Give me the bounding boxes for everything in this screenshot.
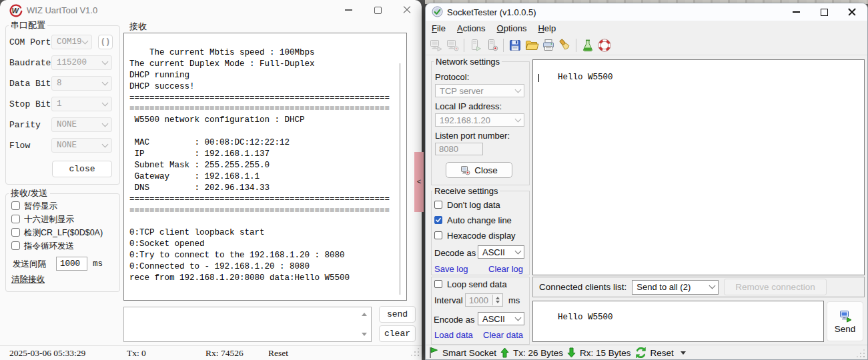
panel-collapse-handle[interactable]: < xyxy=(414,152,424,212)
parity-select[interactable]: NONE xyxy=(51,117,112,132)
clear-receive-link[interactable]: 清除接收 xyxy=(11,275,45,284)
minimize-button[interactable] xyxy=(334,0,363,20)
menu-actions[interactable]: Actions xyxy=(457,23,486,33)
loop-send-data-checkbox[interactable] xyxy=(434,280,442,288)
pause-display-label: 暂停显示 xyxy=(24,201,57,211)
uart-clear-button[interactable]: clear xyxy=(379,325,416,342)
toolbar-print-button[interactable] xyxy=(540,37,556,53)
hexacode-checkbox[interactable] xyxy=(434,231,442,239)
auto-change-line-checkbox[interactable] xyxy=(434,216,442,224)
receive-scrollbar[interactable] xyxy=(400,63,400,295)
dont-log-label: Don't log data xyxy=(447,200,500,210)
resize-grip[interactable] xyxy=(857,349,865,357)
reset-dropdown-icon[interactable] xyxy=(681,351,686,355)
clear-data-link[interactable]: Clear data xyxy=(483,330,523,340)
uart-send-input[interactable] xyxy=(123,307,372,342)
decode-select[interactable]: ASCII xyxy=(478,245,524,259)
text-caret xyxy=(538,74,539,82)
load-data-link[interactable]: Load data xyxy=(434,330,473,340)
rxtx-group-title: 接收/发送 xyxy=(9,189,50,198)
interval-input[interactable]: 1000 xyxy=(465,293,503,307)
socket-log-text: Hello W5500 xyxy=(558,73,613,82)
save-log-link[interactable]: Save log xyxy=(434,264,468,274)
maximize-button[interactable] xyxy=(810,3,838,21)
listen-port-value: 8080 xyxy=(439,144,458,154)
toolbar-test-button[interactable] xyxy=(579,37,596,53)
uart-send-button[interactable]: send xyxy=(379,306,416,323)
com-port-select[interactable]: COM19 xyxy=(51,35,92,49)
toolbar xyxy=(426,35,867,55)
parity-label: Parity xyxy=(9,120,41,130)
brush-icon xyxy=(558,38,572,53)
save-icon xyxy=(508,38,522,53)
interval-spinner[interactable] xyxy=(492,295,502,305)
menu-options[interactable]: Options xyxy=(497,23,527,33)
baudrate-select[interactable]: 115200 xyxy=(51,55,112,70)
clients-select[interactable]: Send to all (2) xyxy=(632,280,719,295)
flow-select[interactable]: NONE xyxy=(51,138,112,153)
menu-file[interactable]: File xyxy=(432,23,446,33)
disconnect-icon xyxy=(446,38,460,53)
listen-port-input[interactable]: 8080 xyxy=(435,143,483,155)
status-reset-button[interactable]: Reset xyxy=(268,348,288,359)
socket-log-area[interactable]: Hello W5500 xyxy=(532,59,865,275)
socket-send-input[interactable]: Hello W5500 xyxy=(532,301,824,342)
close-button[interactable] xyxy=(392,0,422,20)
baudrate-label: Baudrate xyxy=(9,58,51,68)
toolbar-about-button[interactable] xyxy=(596,37,612,53)
tx-up-arrow-icon xyxy=(500,347,509,358)
toolbar-connect-button[interactable] xyxy=(428,37,444,53)
dont-log-checkbox[interactable] xyxy=(434,201,442,209)
toolbar-open-button[interactable] xyxy=(523,37,540,53)
send-interval-input[interactable]: 1000 xyxy=(56,257,87,271)
auto-change-line-label: Auto change line xyxy=(447,215,512,225)
print-icon xyxy=(541,38,556,53)
status-rx: Rx: 74526 xyxy=(205,348,244,359)
remove-connection-button[interactable]: Remove connection xyxy=(724,279,826,295)
loop-send-checkbox[interactable] xyxy=(11,241,20,250)
resize-grip[interactable] xyxy=(411,348,419,356)
maximize-icon xyxy=(821,9,828,16)
rx-down-arrow-icon xyxy=(567,347,576,358)
scroll-down-icon[interactable] xyxy=(362,333,367,336)
stop-bit-select[interactable]: 1 xyxy=(51,97,112,111)
spin-up-icon[interactable] xyxy=(496,297,500,299)
server-close-button[interactable]: Close xyxy=(446,162,512,178)
local-ip-select[interactable]: 192.168.1.20 xyxy=(435,113,524,127)
socket-send-button[interactable]: Send xyxy=(827,301,863,341)
clear-log-link[interactable]: Clear log xyxy=(488,264,523,274)
close-button[interactable] xyxy=(838,3,866,21)
scroll-up-icon[interactable] xyxy=(362,313,367,316)
status-timestamp: 2025-03-06 05:33:29 xyxy=(9,348,85,359)
flow-label: Flow xyxy=(9,141,30,151)
stop-icon xyxy=(485,38,500,53)
toolbar-stop-button[interactable] xyxy=(484,37,500,53)
data-bit-select[interactable]: 8 xyxy=(51,76,112,91)
interval-value: 1000 xyxy=(469,295,488,305)
wiz-logo-icon: W xyxy=(8,3,23,20)
receive-log-area[interactable]: The current Mbtis speed : 100Mbps The cu… xyxy=(123,33,407,301)
pause-display-checkbox[interactable] xyxy=(11,201,20,210)
protocol-select[interactable]: TCP server xyxy=(435,84,524,97)
crlf-detect-label: 检测CR_LF($0D$0A) xyxy=(24,228,103,237)
status-reset-button[interactable]: Reset xyxy=(650,348,674,358)
toolbar-listen-button[interactable] xyxy=(467,37,484,53)
maximize-button[interactable] xyxy=(363,0,392,20)
local-ip-value: 192.168.1.20 xyxy=(440,115,490,125)
serial-close-button[interactable]: close xyxy=(52,161,112,177)
menu-help[interactable]: Help xyxy=(538,23,556,33)
refresh-ports-button[interactable]: () xyxy=(98,35,113,49)
flask-icon xyxy=(580,38,595,53)
crlf-detect-checkbox[interactable] xyxy=(11,228,20,237)
minimize-button[interactable] xyxy=(782,3,810,21)
flow-value: NONE xyxy=(57,141,77,150)
toolbar-save-button[interactable] xyxy=(506,37,523,53)
data-bit-label: Data Bit xyxy=(9,79,51,89)
minimize-icon xyxy=(345,9,352,10)
spin-down-icon[interactable] xyxy=(496,301,500,303)
flag-icon xyxy=(429,347,438,359)
encode-select[interactable]: ASCII xyxy=(478,312,524,325)
toolbar-clean-button[interactable] xyxy=(556,37,573,53)
hex-display-checkbox[interactable] xyxy=(11,215,20,223)
toolbar-disconnect-button[interactable] xyxy=(444,37,461,53)
